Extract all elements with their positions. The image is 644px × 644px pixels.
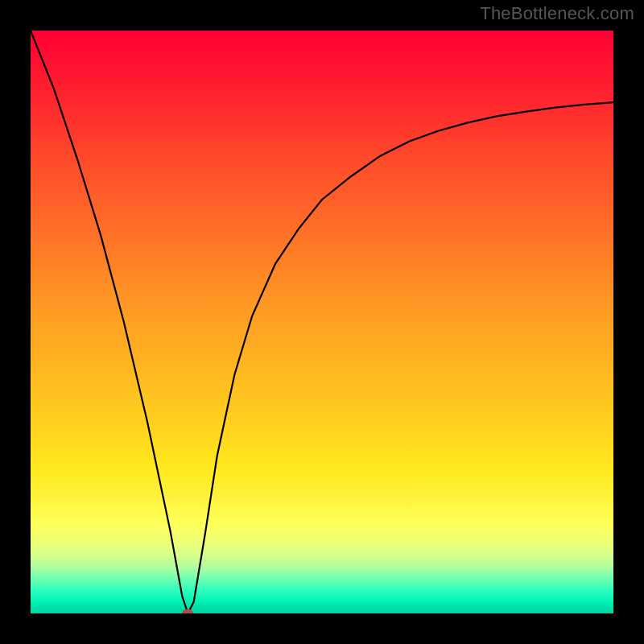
plot-area — [31, 31, 613, 613]
minimum-marker — [182, 609, 193, 614]
bottleneck-curve-path — [31, 31, 613, 613]
chart-frame: TheBottleneck.com — [0, 0, 644, 644]
curve-svg — [31, 31, 613, 613]
watermark-text: TheBottleneck.com — [480, 3, 634, 24]
